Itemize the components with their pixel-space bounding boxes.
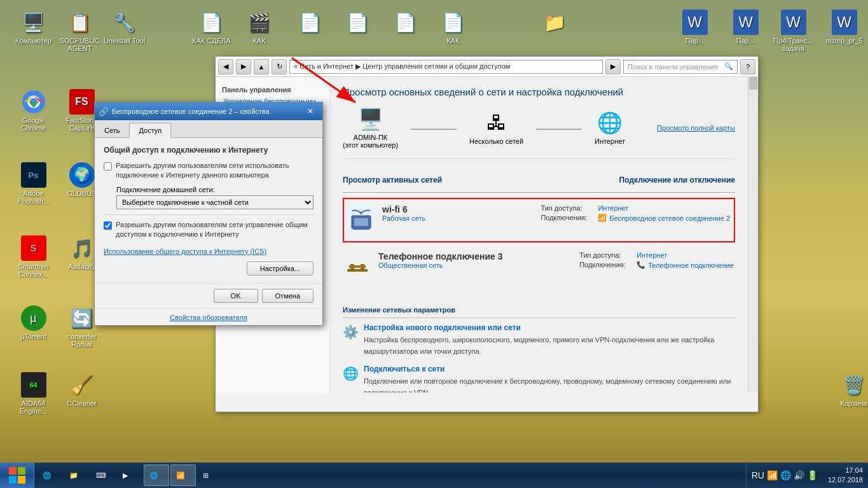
tab-net[interactable]: Сеть — [95, 123, 129, 137]
svg-rect-16 — [18, 467, 25, 475]
desktop-icon-word4[interactable]: W mzmp_pr_5 — [820, 10, 868, 45]
desktop-icon-word3[interactable]: W Пр4/Транс... задача — [769, 10, 817, 52]
refresh-button[interactable]: ↻ — [272, 59, 287, 74]
dialog-close-button[interactable]: ✕ — [302, 105, 319, 118]
ie-icon: 🌐 — [43, 471, 52, 480]
wifi-access-type-value: Интернет — [598, 204, 628, 212]
desktop-icon-file3[interactable]: 📄 — [382, 10, 429, 37]
change-item-connect[interactable]: 🌐 Подключиться к сети Подключение или по… — [343, 365, 735, 393]
settings-button[interactable]: Настройка... — [247, 261, 313, 275]
desktop-icon-kak3[interactable]: 📄 КАК — [429, 10, 477, 45]
home-network-label: Подключение домашней сети: — [116, 186, 313, 193]
tray-battery-icon[interactable]: 🔋 — [807, 470, 818, 480]
net-main-content: Просмотр основных сведений о сети и наст… — [330, 77, 748, 393]
help-button[interactable]: ? — [740, 59, 755, 74]
desktop-icon-komputer[interactable]: 🖥️ Компьютер — [10, 10, 57, 45]
go-button[interactable]: ▶ — [605, 59, 621, 74]
desktop-icon-photoshop[interactable]: Ps Adobe Photosh... — [10, 162, 57, 205]
checkbox-internet-sharing[interactable] — [104, 162, 112, 171]
svg-rect-9 — [347, 269, 368, 272]
svg-rect-6 — [353, 228, 369, 230]
desktop-icon-utorrent[interactable]: µ µTorrent — [10, 305, 57, 340]
checkbox-row-2: Разрешить другим пользователям сети упра… — [104, 220, 313, 240]
net-diagram: 🖥️ ADMIN-ПК (этот компьютер) ——— 🖧 Неско… — [343, 107, 625, 149]
change-item-new-connection[interactable]: ⚙️ Настройка нового подключения или сети… — [343, 323, 735, 357]
desktop-icon-uninstall[interactable]: 🔧 Uninstall Tool — [100, 10, 148, 45]
desktop-icon-ccleaner[interactable]: 🧹 CCleaner — [58, 372, 106, 407]
taskbar-tray: RU 📶 🌐 🔊 🔋 — [746, 463, 823, 488]
ics-link[interactable]: Использование общего доступа к Интернету… — [104, 247, 266, 255]
dialog-tabs: Сеть Доступ — [95, 120, 322, 138]
desktop-icon-file1[interactable]: 📄 — [286, 10, 334, 37]
net-scrollbar[interactable] — [748, 77, 758, 393]
desktop-icon-folder1[interactable]: 📁 — [531, 10, 579, 37]
active-networks-header-row: Просмотр активных сетей Подключение или … — [343, 172, 735, 188]
keyboard-icon: ⌨ — [96, 471, 106, 480]
wifi-network-icon — [348, 204, 375, 236]
phone-access-type-row: Тип доступа: Интернет — [579, 251, 734, 259]
dialog-content: Общий доступ к подключению к Интернету Р… — [95, 138, 322, 283]
settings-btn-row: Настройка... — [104, 261, 313, 275]
tray-clock[interactable]: 17:04 12.07.2018 — [823, 466, 868, 485]
desktop-icon-recycle[interactable]: 🗑️ Корзина — [830, 372, 868, 407]
phone-network-type[interactable]: Общественная сеть — [378, 261, 579, 269]
tab-access[interactable]: Доступ — [129, 123, 171, 138]
svg-rect-18 — [18, 476, 25, 484]
change-section-title: Изменение сетевых параметров — [343, 302, 735, 318]
wifi-connection-link[interactable]: 📶 Беспроводное сетевое соединение 2 — [598, 214, 730, 222]
forward-button[interactable]: ▶ — [236, 59, 251, 74]
browser-properties-link[interactable]: Свойства обозревателя — [170, 314, 247, 321]
active-networks-header: Просмотр активных сетей — [343, 172, 442, 188]
taskbar-item-keyboard[interactable]: ⌨ — [90, 464, 116, 486]
tray-lang[interactable]: RU — [752, 470, 764, 480]
start-button[interactable] — [0, 463, 34, 488]
taskbar-item-ie[interactable]: 🌐 — [37, 464, 62, 486]
network-item-wifi: wi-fi 6 Рабочая сеть Тип доступа: Интерн… — [343, 198, 735, 242]
desktop-icon-socpublic[interactable]: 📋 SOCPUBLIC AGENT — [56, 10, 104, 52]
view-full-map-link[interactable]: Просмотр полной карты — [657, 124, 735, 132]
address-path[interactable]: « Сеть и Интернет ▶ Центр управления сет… — [289, 60, 603, 74]
taskbar-item-media[interactable]: ▶ — [117, 464, 142, 486]
svg-rect-8 — [344, 251, 371, 278]
desktop-icon-chrome[interactable]: Google Chrome — [10, 89, 57, 132]
taskbar-item-chrome[interactable]: 🌐 — [144, 464, 169, 486]
phone-connection-link[interactable]: 📞 Телефонное подключение — [637, 261, 734, 269]
net-overview: 🖥️ ADMIN-ПК (этот компьютер) ——— 🖧 Неско… — [343, 107, 735, 159]
taskbar-item-grid[interactable]: ⊞ — [197, 464, 223, 486]
connection-header: Подключение или отключение — [619, 172, 735, 188]
net-node-networks: 🖧 Несколько сетей — [469, 111, 523, 145]
desktop-icon-smartfren[interactable]: S Smartfren Connex... — [10, 235, 57, 278]
phone-network-info: Телефонное подключение 3 Общественная се… — [378, 251, 579, 269]
tray-date: 12.07.2018 — [828, 475, 863, 485]
tray-wifi-icon[interactable]: 📶 — [767, 470, 778, 480]
wifi-network-type[interactable]: Рабочая сеть — [382, 214, 541, 222]
ok-button[interactable]: OK — [214, 289, 258, 303]
svg-rect-5 — [354, 218, 368, 226]
desktop-icon-file2[interactable]: 📄 — [334, 10, 382, 37]
new-connection-icon: ⚙️ — [343, 324, 359, 340]
taskbar: 🌐 📁 ⌨ ▶ 🌐 📶 ⊞ RU 📶 🌐 — [0, 463, 868, 488]
back-button[interactable]: ◀ — [218, 59, 233, 74]
desktop-icon-kak2[interactable]: 🎬 КАК — [235, 10, 283, 45]
desktop-icon-word1[interactable]: W Пар... — [671, 10, 719, 45]
svg-point-7 — [360, 212, 362, 214]
taskbar-item-explorer[interactable]: 📁 — [64, 464, 89, 486]
tray-network-icon[interactable]: 🌐 — [780, 470, 791, 480]
cancel-button[interactable]: Отмена — [262, 289, 313, 303]
checkbox-user-control[interactable] — [104, 221, 112, 230]
properties-dialog: 🔗 Беспроводное сетевое соединение 2 – св… — [94, 102, 323, 326]
tray-volume-icon[interactable]: 🔊 — [794, 470, 804, 480]
scrollbar-thumb[interactable] — [749, 77, 757, 90]
net-main-title: Просмотр основных сведений о сети и наст… — [343, 87, 735, 97]
search-box[interactable]: Поиск в панели управления 🔍 — [623, 60, 738, 74]
dialog-title-icon: 🔗 — [99, 107, 109, 116]
ics-link-row: Использование общего доступа к Интернету… — [104, 247, 313, 255]
home-network-select[interactable]: Выберите подключение к частной сети — [116, 195, 313, 209]
wifi-connection-icon: 📶 — [598, 214, 607, 222]
desktop-icon-aida64[interactable]: 64 AIDA64 Engine... — [10, 372, 57, 415]
up-button[interactable]: ▲ — [254, 59, 269, 74]
phone-connection-icon: 📞 — [637, 261, 645, 269]
desktop-icon-kak1[interactable]: 📄 КАК СДЕЛА — [188, 10, 235, 45]
taskbar-item-wifi[interactable]: 📶 — [170, 464, 196, 486]
desktop-icon-word2[interactable]: W Пар... — [722, 10, 769, 45]
